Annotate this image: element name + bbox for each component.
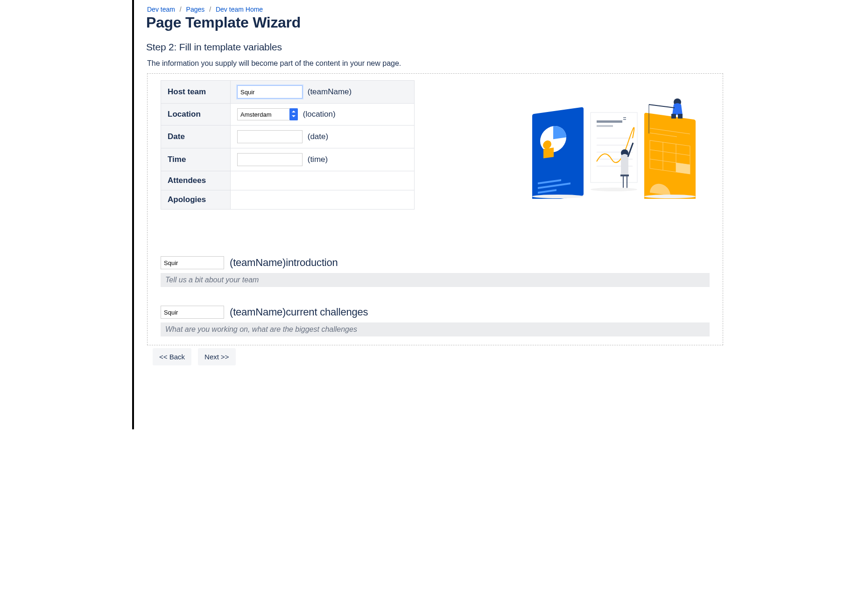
breadcrumb-link-devteam-home[interactable]: Dev team Home	[216, 6, 263, 13]
svg-rect-18	[620, 175, 629, 176]
variable-label: (date)	[308, 132, 328, 141]
svg-point-39	[644, 195, 696, 198]
template-area: Host team (teamName) Location Amsterdam	[147, 73, 723, 345]
row-label: Location	[161, 104, 231, 126]
section-introduction: (teamName)introduction Tell us a bit abo…	[161, 256, 710, 287]
section-hint: Tell us a bit about your team	[161, 273, 710, 287]
svg-point-38	[591, 188, 637, 191]
step-heading: Step 2: Fill in template variables	[146, 42, 727, 53]
svg-rect-16	[623, 119, 626, 120]
svg-rect-9	[597, 125, 613, 127]
table-row-attendees: Attendees	[161, 171, 415, 190]
host-team-input[interactable]	[237, 85, 303, 98]
breadcrumb-separator: /	[209, 6, 211, 13]
svg-rect-23	[644, 112, 696, 199]
section-heading: (teamName)introduction	[230, 257, 338, 269]
row-label: Date	[161, 126, 231, 148]
breadcrumb-link-pages[interactable]: Pages	[186, 6, 205, 13]
row-label: Time	[161, 148, 231, 171]
back-button[interactable]: << Back	[153, 348, 191, 365]
svg-line-35	[649, 105, 675, 108]
row-label: Host team	[161, 81, 231, 104]
next-button[interactable]: Next >>	[198, 348, 236, 365]
section-teamname-input-2[interactable]	[161, 306, 224, 319]
breadcrumb-link-devteam[interactable]: Dev team	[147, 6, 175, 13]
row-label: Apologies	[161, 190, 231, 210]
table-row-date: Date (date)	[161, 126, 415, 148]
chevron-updown-icon	[292, 115, 296, 117]
svg-rect-19	[623, 176, 624, 189]
section-challenges: (teamName)current challenges What are yo…	[161, 306, 710, 336]
time-input[interactable]	[237, 153, 303, 166]
page-title: Page Template Wizard	[146, 14, 727, 31]
svg-rect-34	[678, 114, 683, 119]
table-row-apologies: Apologies	[161, 190, 415, 210]
breadcrumb-separator: /	[180, 6, 182, 13]
svg-point-37	[532, 195, 584, 198]
table-row-time: Time (time)	[161, 148, 415, 171]
svg-rect-8	[597, 120, 622, 123]
empty-cell	[231, 190, 415, 210]
variable-label: (location)	[303, 110, 336, 119]
svg-rect-3	[543, 147, 554, 158]
empty-cell	[231, 171, 415, 190]
row-label: Attendees	[161, 171, 231, 190]
date-input[interactable]	[237, 130, 303, 143]
variable-label: (teamName)	[308, 87, 352, 96]
illustration-icon	[528, 91, 700, 199]
variable-label: (time)	[308, 155, 328, 164]
svg-rect-33	[671, 114, 676, 119]
section-heading: (teamName)current challenges	[230, 306, 368, 318]
section-hint: What are you working on, what are the bi…	[161, 322, 710, 336]
svg-rect-15	[623, 117, 626, 118]
breadcrumb: Dev team / Pages / Dev team Home	[147, 6, 727, 13]
table-row-location: Location Amsterdam (location)	[161, 104, 415, 126]
svg-rect-31	[676, 163, 690, 174]
svg-rect-7	[591, 112, 637, 182]
svg-rect-20	[627, 176, 627, 189]
step-description: The information you supply will become p…	[147, 59, 727, 68]
section-teamname-input-1[interactable]	[161, 256, 224, 269]
variables-table: Host team (teamName) Location Amsterdam	[161, 80, 415, 210]
table-row-host-team: Host team (teamName)	[161, 81, 415, 104]
location-select[interactable]: Amsterdam	[237, 108, 298, 120]
